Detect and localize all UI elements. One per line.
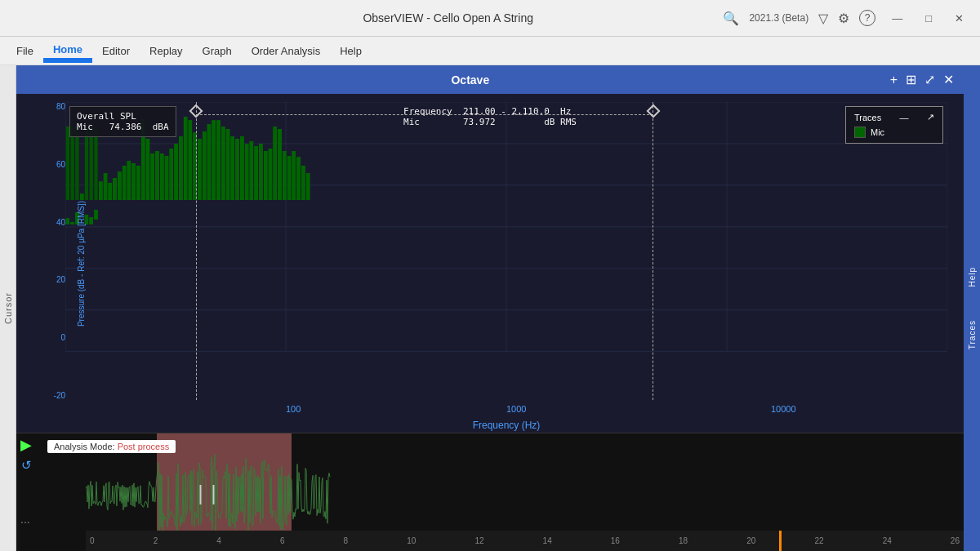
freq-range: Frequency 211.00 - 2,110.0 Hz: [403, 106, 577, 117]
traces-title: Traces: [854, 113, 881, 122]
menu-help[interactable]: Help: [330, 40, 372, 62]
filter-icon[interactable]: ▽: [818, 11, 828, 26]
octave-header: Octave + ⊞ ⤢ ✕: [16, 65, 964, 94]
main-content: Cursor Octave + ⊞ ⤢ ✕ Pressure (dB - Ref…: [0, 65, 980, 551]
minimize-button[interactable]: —: [885, 9, 909, 28]
traces-sidebar-label[interactable]: Traces: [968, 320, 977, 349]
cursor-right: [653, 102, 653, 400]
title-controls: 🔍 2021.3 (Beta) ▽ ⚙ ? — □ ✕: [723, 9, 970, 28]
menu-file[interactable]: File: [7, 40, 43, 62]
waveform-controls: ▶ ↺: [20, 438, 32, 471]
version-label: 2021.3 (Beta): [749, 12, 808, 24]
traces-legend: Traces — ↗ Mic: [845, 106, 943, 144]
menu-home[interactable]: Home: [43, 38, 92, 63]
info-line2: Mic 74.386 dBA: [77, 122, 169, 132]
time-6: 6: [280, 536, 285, 545]
mic-value: Mic 73.972 dB RMS: [403, 117, 577, 127]
menu-bar: File Home Editor Replay Graph Order Anal…: [0, 37, 980, 65]
trace-mic-label: Mic: [871, 127, 884, 137]
cursor-sidebar: Cursor: [0, 65, 16, 551]
time-4: 4: [216, 536, 221, 545]
time-8: 8: [344, 536, 349, 545]
x-label-1000: 1000: [506, 404, 526, 414]
time-22: 22: [814, 536, 823, 545]
x-axis-title: Frequency (Hz): [473, 420, 541, 431]
octave-grid-button[interactable]: ⊞: [906, 72, 916, 87]
help-circle-icon[interactable]: ?: [859, 10, 875, 26]
trace-mic-color: [854, 127, 866, 138]
loop-button[interactable]: ↺: [20, 459, 32, 471]
waveform-section: ▶ ↺ Analysis Mode: Post process 0 2 4 6: [16, 433, 964, 551]
analysis-mode-value: Post process: [118, 442, 170, 451]
time-12: 12: [474, 536, 483, 545]
y-axis: 80 60 40 20 0 -20: [41, 102, 65, 400]
time-10: 10: [407, 536, 416, 545]
timeline-marker: [779, 531, 782, 551]
y-label-neg20: -20: [54, 391, 65, 400]
x-label-100: 100: [286, 404, 301, 414]
traces-minus[interactable]: —: [900, 113, 909, 122]
time-14: 14: [543, 536, 552, 545]
more-options-button[interactable]: ···: [20, 515, 30, 528]
y-label-60: 60: [56, 160, 65, 169]
time-18: 18: [679, 536, 688, 545]
right-sidebar: Help Traces: [964, 65, 980, 551]
time-16: 16: [611, 536, 620, 545]
app-title: ObserVIEW - Cello Open A String: [363, 11, 533, 24]
time-20: 20: [746, 536, 755, 545]
trace-mic-item: Mic: [854, 127, 934, 138]
chart-container: Octave + ⊞ ⤢ ✕ Pressure (dB - Ref: 20 µP…: [16, 65, 964, 551]
octave-title: Octave: [451, 73, 489, 87]
x-label-10000: 10000: [771, 404, 796, 414]
info-line1: Overall SPL: [77, 111, 169, 122]
y-label-80: 80: [56, 102, 65, 111]
menu-graph[interactable]: Graph: [193, 40, 242, 62]
analysis-label: Analysis Mode: Post process: [47, 440, 176, 453]
octave-controls: + ⊞ ⤢ ✕: [890, 72, 954, 87]
search-icon[interactable]: 🔍: [723, 11, 739, 26]
octave-close-button[interactable]: ✕: [943, 72, 954, 87]
graph-panel: Pressure (dB - Ref: 20 µPa [RMS]) 80 60 …: [16, 94, 964, 433]
maximize-button[interactable]: □: [919, 9, 938, 28]
cursor-info: Frequency 211.00 - 2,110.0 Hz Mic 73.972…: [403, 106, 577, 127]
cursor-label: Cursor: [3, 292, 13, 324]
menu-editor[interactable]: Editor: [92, 40, 140, 62]
y-label-40: 40: [56, 218, 65, 227]
time-2: 2: [154, 536, 158, 545]
menu-order-analysis[interactable]: Order Analysis: [242, 40, 331, 62]
timeline: 0 2 4 6 8 10 12 14 16 18 20 22 24 26: [86, 531, 964, 551]
graph-waveform-container: Pressure (dB - Ref: 20 µPa [RMS]) 80 60 …: [16, 94, 964, 551]
traces-header: Traces — ↗: [854, 112, 934, 122]
octave-expand-button[interactable]: ⤢: [924, 72, 935, 87]
info-overlay: Overall SPL Mic 74.386 dBA: [69, 106, 176, 137]
close-button[interactable]: ✕: [948, 9, 970, 28]
time-0: 0: [90, 536, 95, 545]
time-24: 24: [883, 536, 892, 545]
octave-add-button[interactable]: +: [890, 73, 898, 87]
help-sidebar-label[interactable]: Help: [968, 267, 977, 287]
time-26: 26: [951, 536, 960, 545]
timeline-labels: 0 2 4 6 8 10 12 14 16 18 20 22 24 26: [86, 536, 964, 545]
traces-expand[interactable]: ↗: [927, 112, 934, 122]
settings-icon[interactable]: ⚙: [838, 11, 849, 26]
play-button[interactable]: ▶: [20, 438, 32, 452]
cursor-left: [196, 102, 197, 400]
menu-replay[interactable]: Replay: [140, 40, 192, 62]
title-bar: ObserVIEW - Cello Open A String 🔍 2021.3…: [0, 0, 980, 37]
y-label-20: 20: [56, 275, 65, 284]
x-axis: 100 1000 10000 Frequency (Hz): [65, 400, 947, 433]
y-axis-title: Pressure (dB - Ref: 20 µPa [RMS]): [77, 200, 86, 326]
